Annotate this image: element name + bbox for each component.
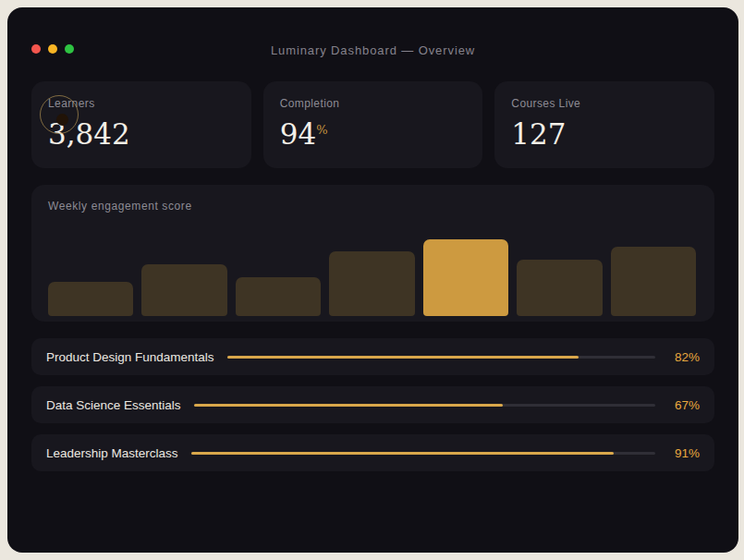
stats-row: Learners 3,842 Completion 94% Courses Li… xyxy=(31,81,714,168)
course-name: Data Science Essentials xyxy=(46,398,181,412)
stat-number: 94 xyxy=(280,117,316,151)
bar-2[interactable] xyxy=(141,264,226,316)
stat-value: 127 xyxy=(511,118,698,150)
progress-track xyxy=(194,404,655,407)
course-row-product-design[interactable]: Product Design Fundamentals 82% xyxy=(31,338,714,375)
course-row-leadership[interactable]: Leadership Masterclass 91% xyxy=(31,434,714,471)
chart-title: Weekly engagement score xyxy=(48,200,192,213)
course-name: Leadership Masterclass xyxy=(46,446,178,460)
stat-value: 94% xyxy=(280,118,467,150)
titlebar: Luminary Dashboard — Overview xyxy=(7,7,738,81)
bar-3[interactable] xyxy=(236,277,321,316)
engagement-chart-panel: Weekly engagement score xyxy=(31,185,714,322)
app-window: Luminary Dashboard — Overview Learners 3… xyxy=(7,7,738,553)
stat-value: 3,842 xyxy=(48,118,235,150)
bar-6[interactable] xyxy=(517,260,602,316)
bar-4[interactable] xyxy=(329,251,414,316)
progress-track xyxy=(191,452,655,455)
stat-card-completion: Completion 94% xyxy=(263,81,483,168)
main-content: Learners 3,842 Completion 94% Courses Li… xyxy=(31,81,714,471)
bar-chart xyxy=(48,224,696,316)
stat-card-learners: Learners 3,842 xyxy=(31,81,251,168)
progress-track xyxy=(227,356,655,359)
course-name: Product Design Fundamentals xyxy=(46,350,214,364)
window-title: Luminary Dashboard — Overview xyxy=(7,43,738,57)
course-row-data-science[interactable]: Data Science Essentials 67% xyxy=(31,386,714,423)
progress-fill xyxy=(191,452,614,455)
bar-1[interactable] xyxy=(48,282,133,316)
progress-percent: 67% xyxy=(668,398,700,412)
bar-5-highlighted[interactable] xyxy=(423,239,508,316)
bar-7[interactable] xyxy=(611,247,696,316)
progress-fill xyxy=(194,404,504,407)
stat-card-courses-live: Courses Live 127 xyxy=(494,81,714,168)
stat-label: Courses Live xyxy=(511,97,698,110)
progress-percent: 91% xyxy=(668,446,700,460)
stat-percent-suffix: % xyxy=(316,123,327,137)
progress-percent: 82% xyxy=(668,350,700,364)
stat-label: Completion xyxy=(280,97,467,110)
progress-fill xyxy=(227,356,579,359)
stat-label: Learners xyxy=(48,97,235,110)
